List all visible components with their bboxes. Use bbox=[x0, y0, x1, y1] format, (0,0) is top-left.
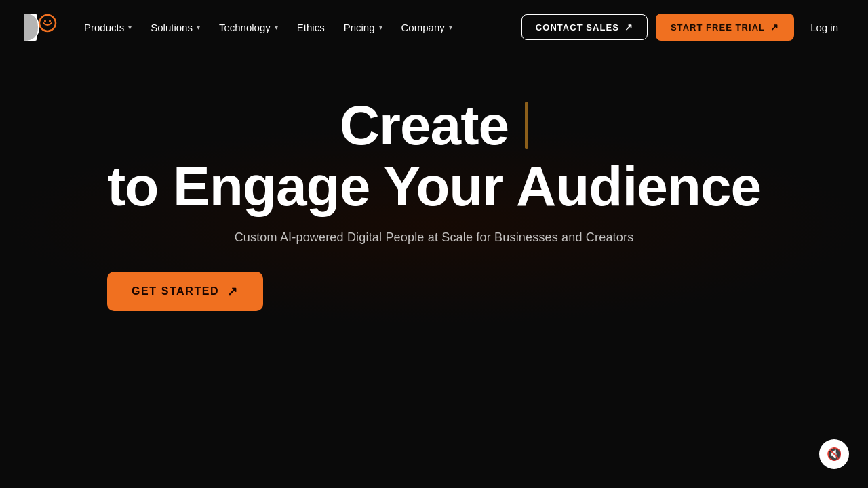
nav-item-pricing[interactable]: Pricing▾ bbox=[336, 16, 391, 39]
hero-heading-line2-text: to Engage Your Audience bbox=[107, 156, 761, 217]
nav-item-label: Solutions bbox=[151, 22, 193, 33]
contact-sales-button[interactable]: CONTACT SALES ↗ bbox=[521, 14, 648, 40]
start-trial-button[interactable]: START FREE TRIAL ↗ bbox=[656, 14, 794, 41]
navbar: Products▾Solutions▾Technology▾EthicsPric… bbox=[0, 0, 868, 54]
hero-subtext: Custom AI-powered Digital People at Scal… bbox=[107, 230, 761, 245]
get-started-button[interactable]: GET STARTED ↗ bbox=[107, 272, 263, 311]
get-started-label: GET STARTED bbox=[132, 285, 219, 298]
start-trial-label: START FREE TRIAL bbox=[671, 22, 765, 33]
svg-point-3 bbox=[49, 20, 51, 22]
mute-icon: 🔇 bbox=[827, 447, 842, 462]
chevron-down-icon: ▾ bbox=[197, 24, 200, 31]
nav-item-label: Ethics bbox=[297, 22, 325, 33]
svg-point-2 bbox=[44, 20, 46, 22]
hero-heading-line1-text: Create bbox=[340, 95, 509, 156]
cursor-bar bbox=[525, 102, 528, 149]
nav-item-products[interactable]: Products▾ bbox=[76, 16, 140, 39]
nav-actions: CONTACT SALES ↗ START FREE TRIAL ↗ Log i… bbox=[521, 14, 846, 41]
login-label: Log in bbox=[810, 22, 838, 33]
nav-item-label: Pricing bbox=[344, 22, 375, 33]
svg-point-1 bbox=[39, 15, 56, 31]
contact-sales-label: CONTACT SALES bbox=[536, 22, 619, 33]
chevron-down-icon: ▾ bbox=[275, 24, 278, 31]
nav-item-ethics[interactable]: Ethics bbox=[289, 16, 333, 39]
get-started-arrow-icon: ↗ bbox=[227, 284, 239, 299]
nav-item-solutions[interactable]: Solutions▾ bbox=[142, 16, 208, 39]
chevron-down-icon: ▾ bbox=[379, 24, 382, 31]
contact-sales-arrow-icon: ↗ bbox=[625, 22, 633, 33]
start-trial-arrow-icon: ↗ bbox=[770, 22, 779, 33]
login-button[interactable]: Log in bbox=[802, 16, 846, 39]
hero-heading: Create to Engage Your Audience bbox=[107, 95, 761, 217]
mute-button[interactable]: 🔇 bbox=[819, 439, 849, 469]
nav-item-label: Company bbox=[401, 22, 445, 33]
logo[interactable] bbox=[22, 8, 60, 46]
chevron-down-icon: ▾ bbox=[449, 24, 452, 31]
nav-item-technology[interactable]: Technology▾ bbox=[211, 16, 286, 39]
chevron-down-icon: ▾ bbox=[128, 24, 132, 31]
nav-item-label: Technology bbox=[219, 22, 271, 33]
nav-links: Products▾Solutions▾Technology▾EthicsPric… bbox=[76, 16, 521, 39]
hero-section: Create to Engage Your Audience Custom AI… bbox=[0, 54, 868, 338]
nav-item-company[interactable]: Company▾ bbox=[393, 16, 460, 39]
nav-item-label: Products bbox=[84, 22, 124, 33]
